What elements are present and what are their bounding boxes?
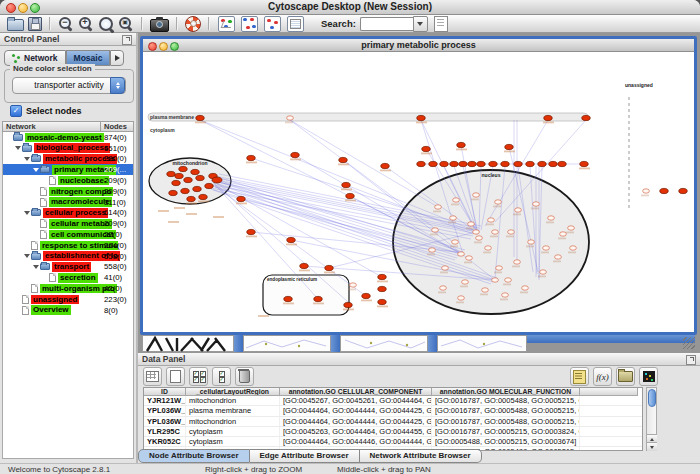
- tree-item-secretion[interactable]: secretion41(0): [3, 272, 133, 283]
- network-node[interactable]: [325, 265, 333, 270]
- network-node[interactable]: [378, 274, 386, 279]
- nodes-column-header[interactable]: Nodes: [101, 121, 134, 132]
- disclosure-triangle-icon[interactable]: [23, 254, 31, 258]
- column-header-id[interactable]: ID: [144, 388, 186, 396]
- table-cell[interactable]: [GO:0016787, GO:0005488, GO:0005215, G..…: [432, 396, 580, 405]
- table-scrollbar[interactable]: [646, 387, 657, 451]
- network-node[interactable]: [344, 302, 352, 307]
- disclosure-triangle-icon[interactable]: [23, 157, 31, 161]
- network-node[interactable]: [181, 188, 189, 193]
- background-window-fragment[interactable]: [437, 335, 527, 352]
- network-node[interactable]: [468, 222, 475, 226]
- column-header-region[interactable]: _cellularLayoutRegion: [186, 388, 280, 396]
- network-node[interactable]: [442, 266, 449, 270]
- network-node[interactable]: [485, 246, 492, 250]
- network-node[interactable]: [660, 188, 668, 193]
- network-node[interactable]: [314, 296, 322, 301]
- network-node[interactable]: [570, 246, 577, 250]
- network-node[interactable]: [505, 144, 513, 149]
- network-node[interactable]: [492, 230, 499, 234]
- network-node[interactable]: [540, 270, 547, 274]
- tree-item-nucleobase-[interactable]: nucleobase-209(0): [3, 175, 133, 186]
- network-node[interactable]: [199, 194, 207, 199]
- table-cell[interactable]: cytoplasm: [186, 427, 280, 436]
- network-node[interactable]: [193, 186, 201, 191]
- network-node[interactable]: [212, 177, 222, 183]
- table-cell[interactable]: [GO:0016787, GO:0005488, GO:0005215, G..…: [432, 417, 580, 426]
- search-input[interactable]: [360, 17, 413, 31]
- front-window-bottom-border[interactable]: [527, 335, 695, 343]
- tree-item-biological-process[interactable]: biological_process651(0): [3, 143, 133, 154]
- network-node[interactable]: [502, 293, 509, 297]
- network-node[interactable]: [514, 260, 521, 264]
- network-node[interactable]: [179, 166, 187, 171]
- network-node[interactable]: [544, 115, 552, 120]
- network-node[interactable]: [247, 229, 255, 234]
- table-cell[interactable]: YJR121W__1: [144, 396, 186, 405]
- network-node[interactable]: [582, 115, 590, 120]
- network-node[interactable]: [287, 237, 295, 242]
- network-node[interactable]: [196, 175, 204, 180]
- network-node[interactable]: [488, 218, 495, 222]
- network-node[interactable]: [458, 252, 465, 256]
- tree-item-macromolecule[interactable]: macromolecule311(0): [3, 197, 133, 208]
- network-node[interactable]: [450, 216, 457, 220]
- network-node[interactable]: [459, 161, 467, 166]
- network-node[interactable]: [378, 286, 386, 291]
- network-node[interactable]: [429, 161, 437, 166]
- network-node[interactable]: [187, 196, 195, 201]
- scroll-down-button[interactable]: [647, 442, 657, 451]
- table-cell[interactable]: YPL036W__1: [144, 417, 186, 426]
- network-node[interactable]: [526, 161, 534, 166]
- window-titlebar[interactable]: Cytoscape Desktop (New Session): [0, 0, 700, 15]
- annotation-transfer-icon[interactable]: [264, 16, 281, 32]
- network-canvas[interactable]: plasma membranecytoplasmmitochondrionnuc…: [143, 52, 694, 332]
- background-window-fragment[interactable]: [243, 335, 331, 352]
- tree-item-cell-communicat[interactable]: cell communicat22(0): [3, 229, 133, 240]
- network-node[interactable]: [284, 296, 292, 301]
- table-row-ypl036w__1[interactable]: YPL036W__1mitochondrion[GO:0044464, GO:0…: [144, 417, 642, 427]
- network-node[interactable]: [580, 161, 588, 166]
- network-node[interactable]: [643, 189, 650, 193]
- network-node[interactable]: [300, 263, 308, 268]
- network-node[interactable]: [196, 115, 204, 120]
- network-node[interactable]: [440, 286, 447, 290]
- redraw-network-icon[interactable]: [185, 16, 201, 32]
- network-node[interactable]: [350, 283, 357, 287]
- attribute-table[interactable]: ID_cellularLayoutRegionannotation.GO CEL…: [143, 387, 643, 451]
- network-node[interactable]: [417, 161, 425, 166]
- tab-edge-attribute-browser[interactable]: Edge Attribute Browser: [250, 449, 360, 463]
- network-node[interactable]: [543, 246, 550, 250]
- search-dropdown-button[interactable]: [413, 16, 428, 32]
- network-node[interactable]: [466, 256, 473, 260]
- network-node[interactable]: [440, 161, 448, 166]
- network-node[interactable]: [558, 161, 566, 166]
- network-node[interactable]: [533, 202, 540, 206]
- network-view-window[interactable]: primary metabolic process plasma membran…: [140, 36, 697, 335]
- network-node[interactable]: [291, 152, 299, 157]
- table-row-ypl036w__2[interactable]: YPL036W__2plasma membrane[GO:0044464, GO…: [144, 406, 642, 416]
- disclosure-triangle-icon[interactable]: [32, 168, 40, 172]
- network-node[interactable]: [450, 161, 458, 166]
- network-node[interactable]: [452, 240, 459, 244]
- table-row-yjr121w__1[interactable]: YJR121W__1mitochondrion[GO:0045267, GO:0…: [144, 396, 642, 406]
- network-node[interactable]: [496, 266, 503, 270]
- network-node[interactable]: [237, 196, 245, 201]
- tree-item-primary-metabo[interactable]: primary metabo209(...: [3, 164, 133, 175]
- network-node[interactable]: [505, 278, 512, 282]
- network-node[interactable]: [247, 155, 255, 160]
- table-cell[interactable]: [GO:0005488, GO:0005215, GO:0003674]: [432, 437, 580, 446]
- network-node[interactable]: [453, 198, 460, 202]
- network-node[interactable]: [468, 161, 476, 166]
- network-node[interactable]: [476, 236, 483, 240]
- unselect-all-attributes-icon[interactable]: [212, 367, 231, 386]
- tree-item-mosaic-demo-yeast[interactable]: mosaic-demo-yeast874(0): [3, 132, 133, 143]
- table-cell[interactable]: [GO:0016787, GO:0005488, GO:0005215, G..…: [432, 406, 580, 415]
- column-header-cellular-component[interactable]: annotation.GO CELLULAR_COMPONENT: [280, 388, 432, 396]
- network-node[interactable]: [548, 216, 555, 220]
- tree-item-cellular-process[interactable]: cellular process614(0): [3, 208, 133, 219]
- tree-item-metabolic-process[interactable]: metabolic process280(0): [3, 154, 133, 165]
- attribute-notes-icon[interactable]: [570, 367, 589, 386]
- search-config-icon[interactable]: [434, 16, 448, 32]
- disclosure-triangle-icon[interactable]: [23, 211, 31, 215]
